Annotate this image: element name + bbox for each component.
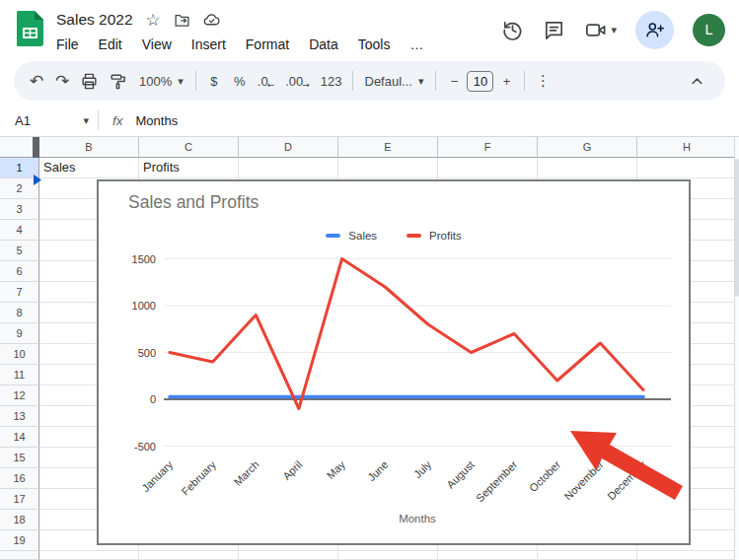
menu-bar: FileEditViewInsertFormatDataTools… xyxy=(56,35,433,54)
menu-item-tools[interactable]: Tools xyxy=(348,35,401,54)
row-header-11[interactable]: 11 xyxy=(0,365,39,385)
zoom-select[interactable]: 100% ▾ xyxy=(132,74,190,89)
divider xyxy=(352,71,353,91)
spreadsheet-grid: BCDEFGH 1SalesProfits2345678910111213141… xyxy=(0,137,739,560)
svg-text:August: August xyxy=(444,458,477,491)
cell-c20[interactable] xyxy=(139,551,239,560)
person-add-icon xyxy=(644,20,665,40)
cell-h20[interactable] xyxy=(637,551,737,560)
comments-icon[interactable] xyxy=(543,19,565,41)
svg-text:October: October xyxy=(527,458,562,494)
divider xyxy=(195,71,196,91)
legend-label-profits: Profits xyxy=(429,230,462,242)
row-header-18[interactable]: 18 xyxy=(0,510,39,530)
row-header-19[interactable]: 19 xyxy=(0,530,39,551)
cell-d20[interactable] xyxy=(239,551,338,560)
cell-d1[interactable] xyxy=(239,158,338,178)
legend-label-sales: Sales xyxy=(348,230,377,242)
row-header-partial[interactable] xyxy=(0,551,39,560)
decrease-decimal-button[interactable]: .0 ← xyxy=(253,67,280,95)
vertical-scrollbar[interactable] xyxy=(734,137,739,560)
cloud-saved-icon[interactable] xyxy=(203,12,220,29)
svg-text:1500: 1500 xyxy=(132,253,156,265)
column-header-b[interactable]: B xyxy=(39,137,139,158)
row-header-12[interactable]: 12 xyxy=(0,385,39,406)
cell-h1[interactable] xyxy=(637,158,737,178)
font-select[interactable]: Defaul... ▾ xyxy=(358,74,431,89)
cell-g20[interactable] xyxy=(538,551,637,560)
cell-c1[interactable]: Profits xyxy=(139,158,239,178)
move-folder-icon[interactable] xyxy=(174,12,190,29)
cell-e1[interactable] xyxy=(338,158,438,178)
svg-text:June: June xyxy=(365,458,390,483)
legend-item-profits: Profits xyxy=(406,230,462,242)
chart-title: Sales and Profits xyxy=(128,192,259,213)
row-header-3[interactable]: 3 xyxy=(0,199,39,220)
sheets-logo-icon[interactable] xyxy=(17,11,43,46)
chart[interactable]: 150010005000-500JanuaryFebruaryMarchApri… xyxy=(97,179,691,545)
cell-b20[interactable] xyxy=(39,551,139,560)
row-header-6[interactable]: 6 xyxy=(0,261,39,282)
column-header-h[interactable]: H xyxy=(637,137,737,158)
cell-f1[interactable] xyxy=(438,158,538,178)
arrow-left-icon: ← xyxy=(267,80,275,90)
column-a-header-sliver[interactable] xyxy=(33,137,39,158)
formula-input[interactable]: Months xyxy=(136,113,179,128)
row-header-9[interactable]: 9 xyxy=(0,323,39,344)
row-header-10[interactable]: 10 xyxy=(0,344,39,365)
paint-format-icon[interactable] xyxy=(104,67,132,95)
version-history-icon[interactable] xyxy=(501,19,524,41)
cell-b1[interactable]: Sales xyxy=(39,158,139,178)
menu-item-file[interactable]: File xyxy=(56,35,89,54)
row-header-14[interactable]: 14 xyxy=(0,427,39,448)
row-header-16[interactable]: 16 xyxy=(0,468,39,489)
column-header-c[interactable]: C xyxy=(139,137,239,158)
redo-icon[interactable]: ↷ xyxy=(49,67,75,95)
chart-legend: Sales Profits xyxy=(99,230,689,242)
sales-series-swatch xyxy=(326,234,340,238)
share-button[interactable] xyxy=(635,11,674,49)
row-header-8[interactable]: 8 xyxy=(0,303,39,323)
format-percent-button[interactable]: % xyxy=(227,67,253,95)
star-icon[interactable]: ☆ xyxy=(146,10,161,30)
cell-f20[interactable] xyxy=(438,551,538,560)
document-title[interactable]: Sales 2022 xyxy=(56,11,133,29)
font-size-input[interactable]: 10 xyxy=(467,71,493,92)
increase-decimal-button[interactable]: .00 → xyxy=(280,67,316,95)
row-header-13[interactable]: 13 xyxy=(0,406,39,427)
cell-g1[interactable] xyxy=(538,158,637,178)
increase-font-size-button[interactable]: + xyxy=(493,67,519,95)
menu-item-insert[interactable]: Insert xyxy=(182,35,236,54)
account-avatar[interactable]: L xyxy=(693,14,725,46)
menu-item-data[interactable]: Data xyxy=(299,35,348,54)
row-header-15[interactable]: 15 xyxy=(0,448,39,468)
more-formats-button[interactable]: 123 xyxy=(316,67,347,95)
scrollbar-thumb[interactable] xyxy=(735,159,739,297)
divider xyxy=(435,71,436,91)
more-options-icon[interactable]: ⋮ xyxy=(530,67,555,95)
row-header-7[interactable]: 7 xyxy=(0,282,39,303)
format-currency-button[interactable]: $ xyxy=(201,67,227,95)
chevron-down-icon: ▾ xyxy=(418,75,424,88)
row-header-17[interactable]: 17 xyxy=(0,489,39,510)
row-header-4[interactable]: 4 xyxy=(0,220,39,241)
column-header-e[interactable]: E xyxy=(338,137,438,158)
menu-item-format[interactable]: Format xyxy=(236,35,299,54)
column-header-f[interactable]: F xyxy=(438,137,538,158)
undo-icon[interactable]: ↶ xyxy=(24,67,49,95)
cell-e20[interactable] xyxy=(338,551,438,560)
menu-item-view[interactable]: View xyxy=(132,35,182,54)
chevron-down-icon: ▾ xyxy=(178,75,184,88)
hide-menus-icon[interactable] xyxy=(683,67,711,95)
svg-text:0: 0 xyxy=(150,393,156,405)
menu-item-[interactable]: … xyxy=(400,35,433,54)
column-header-g[interactable]: G xyxy=(538,137,637,158)
name-box[interactable]: A1 ▾ xyxy=(0,113,98,128)
column-header-d[interactable]: D xyxy=(239,137,338,158)
menu-item-edit[interactable]: Edit xyxy=(89,35,132,54)
decrease-font-size-button[interactable]: − xyxy=(441,67,467,95)
meet-video-button[interactable]: ▾ xyxy=(584,19,617,41)
cell-reference: A1 xyxy=(15,113,31,128)
print-icon[interactable] xyxy=(75,67,104,95)
row-header-5[interactable]: 5 xyxy=(0,241,39,261)
